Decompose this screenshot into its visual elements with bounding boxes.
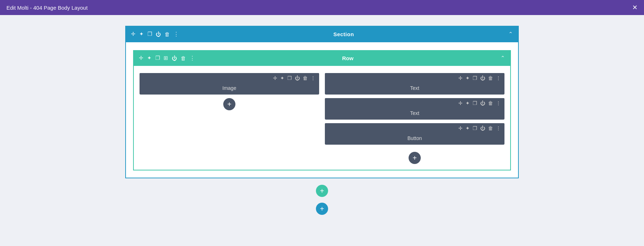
button-delete-icon[interactable]: 🗑 — [488, 125, 493, 131]
text1-toolbar: ✛ ✦ ❐ ⏻ 🗑 ⋮ — [325, 73, 504, 83]
text-module-2: ✛ ✦ ❐ ⏻ 🗑 ⋮ Text — [325, 98, 504, 120]
window-title: Edit Molti - 404 Page Body Layout — [6, 5, 88, 11]
canvas: ✛ ✦ ❐ ⏻ 🗑 ⋮ Section ⌃ ✛ ✦ ❐ ⊞ ⏻ 🗑 — [0, 15, 644, 246]
add-section-button[interactable]: + — [316, 203, 328, 215]
text2-more-icon[interactable]: ⋮ — [496, 100, 501, 106]
button-settings-icon[interactable]: ✦ — [465, 125, 470, 131]
column-right: ✛ ✦ ❐ ⏻ 🗑 ⋮ Text ✛ ✦ — [325, 73, 504, 164]
section-label: Section — [333, 31, 354, 37]
bottom-buttons: + + — [316, 181, 328, 215]
text1-delete-icon[interactable]: 🗑 — [488, 75, 493, 81]
section-toolbar: ✛ ✦ ❐ ⏻ 🗑 ⋮ — [131, 31, 179, 37]
row-duplicate-icon[interactable]: ❐ — [155, 55, 160, 61]
text1-more-icon[interactable]: ⋮ — [496, 75, 501, 81]
button-duplicate-icon[interactable]: ❐ — [473, 125, 477, 131]
toggle-icon[interactable]: ⏻ — [156, 31, 161, 37]
columns-container: ✛ ✦ ❐ ⏻ 🗑 ⋮ Image + — [134, 66, 510, 170]
image-module-label: Image — [140, 83, 319, 95]
text1-move-icon[interactable]: ✛ — [458, 75, 463, 81]
image-move-icon[interactable]: ✛ — [273, 75, 277, 81]
button-module-label: Button — [325, 133, 504, 145]
row-more-icon[interactable]: ⋮ — [190, 55, 195, 61]
move-icon[interactable]: ✛ — [131, 31, 136, 37]
title-bar: Edit Molti - 404 Page Body Layout ✕ — [0, 0, 644, 15]
row-delete-icon[interactable]: 🗑 — [181, 55, 186, 61]
button-toolbar: ✛ ✦ ❐ ⏻ 🗑 ⋮ — [325, 123, 504, 133]
text1-settings-icon[interactable]: ✦ — [465, 75, 470, 81]
image-duplicate-icon[interactable]: ❐ — [287, 75, 292, 81]
row-toolbar: ✛ ✦ ❐ ⊞ ⏻ 🗑 ⋮ — [139, 55, 195, 61]
row-toggle-icon[interactable]: ⏻ — [172, 55, 177, 61]
add-row-button[interactable]: + — [316, 185, 328, 197]
text2-toggle-icon[interactable]: ⏻ — [480, 100, 485, 106]
row-wrapper: ✛ ✦ ❐ ⊞ ⏻ 🗑 ⋮ Row ⌃ ✛ — [133, 50, 511, 170]
add-module-left-button[interactable]: + — [223, 98, 235, 110]
add-module-right-button[interactable]: + — [409, 152, 421, 164]
image-module-toolbar: ✛ ✦ ❐ ⏻ 🗑 ⋮ — [140, 73, 319, 83]
text-module-1: ✛ ✦ ❐ ⏻ 🗑 ⋮ Text — [325, 73, 504, 95]
button-toggle-icon[interactable]: ⏻ — [480, 125, 485, 131]
text1-label: Text — [325, 83, 504, 95]
text2-duplicate-icon[interactable]: ❐ — [473, 100, 477, 106]
section-wrapper: ✛ ✦ ❐ ⏻ 🗑 ⋮ Section ⌃ ✛ ✦ ❐ ⊞ ⏻ 🗑 — [125, 26, 519, 178]
text2-label: Text — [325, 108, 504, 120]
text2-settings-icon[interactable]: ✦ — [465, 100, 470, 106]
text2-move-icon[interactable]: ✛ — [458, 100, 463, 106]
collapse-row-icon[interactable]: ⌃ — [501, 55, 505, 61]
row-move-icon[interactable]: ✛ — [139, 55, 143, 61]
button-move-icon[interactable]: ✛ — [458, 125, 463, 131]
settings-icon[interactable]: ✦ — [139, 31, 144, 37]
more-icon[interactable]: ⋮ — [174, 31, 179, 37]
button-more-icon[interactable]: ⋮ — [496, 125, 501, 131]
image-settings-icon[interactable]: ✦ — [280, 75, 284, 81]
row-columns-icon[interactable]: ⊞ — [164, 55, 168, 61]
row-header: ✛ ✦ ❐ ⊞ ⏻ 🗑 ⋮ Row ⌃ — [134, 50, 510, 66]
close-button[interactable]: ✕ — [632, 4, 638, 11]
collapse-section-icon[interactable]: ⌃ — [508, 31, 513, 37]
duplicate-icon[interactable]: ❐ — [147, 31, 152, 37]
text2-toolbar: ✛ ✦ ❐ ⏻ 🗑 ⋮ — [325, 98, 504, 108]
image-toggle-icon[interactable]: ⏻ — [295, 75, 300, 81]
section-header: ✛ ✦ ❐ ⏻ 🗑 ⋮ Section ⌃ — [126, 26, 518, 42]
row-settings-icon[interactable]: ✦ — [147, 55, 152, 61]
text1-duplicate-icon[interactable]: ❐ — [473, 75, 477, 81]
button-module: ✛ ✦ ❐ ⏻ 🗑 ⋮ Button — [325, 123, 504, 145]
image-delete-icon[interactable]: 🗑 — [303, 75, 308, 81]
row-label: Row — [342, 55, 353, 61]
text1-toggle-icon[interactable]: ⏻ — [480, 75, 485, 81]
delete-icon[interactable]: 🗑 — [165, 31, 170, 37]
column-left: ✛ ✦ ❐ ⏻ 🗑 ⋮ Image + — [140, 73, 319, 164]
image-more-icon[interactable]: ⋮ — [311, 75, 316, 81]
text2-delete-icon[interactable]: 🗑 — [488, 100, 493, 106]
image-module: ✛ ✦ ❐ ⏻ 🗑 ⋮ Image — [140, 73, 319, 95]
